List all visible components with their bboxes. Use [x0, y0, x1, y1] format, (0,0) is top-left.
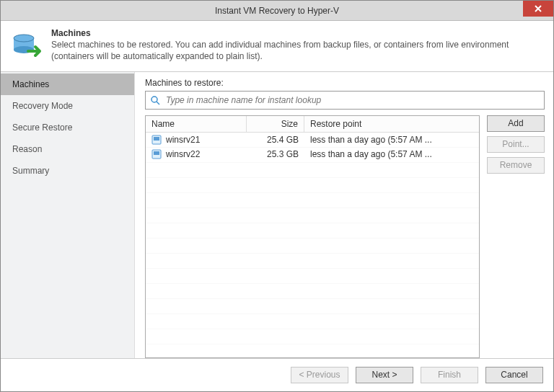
close-icon	[535, 5, 542, 12]
cancel-button[interactable]: Cancel	[485, 367, 543, 383]
svg-rect-7	[154, 137, 159, 141]
previous-button: < Previous	[291, 367, 348, 383]
search-input[interactable]	[164, 94, 540, 106]
vm-icon	[151, 149, 162, 159]
sidebar-item-summary[interactable]: Summary	[1, 160, 134, 182]
vm-icon	[151, 135, 162, 145]
svg-rect-9	[154, 151, 159, 155]
point-button: Point...	[487, 136, 545, 153]
search-box[interactable]	[145, 91, 545, 110]
machines-to-restore-label: Machines to restore:	[145, 78, 545, 88]
machines-table: Name Size Restore point winsrv21 25.4 GB…	[145, 115, 480, 358]
cell-size: 25.3 GB	[247, 149, 304, 159]
cell-name: winsrv22	[166, 149, 200, 159]
cell-size: 25.4 GB	[247, 135, 304, 145]
sidebar-item-secure-restore[interactable]: Secure Restore	[1, 117, 134, 138]
wizard-window: Instant VM Recovery to Hyper-V Machines …	[0, 0, 554, 392]
column-header-restore-point[interactable]: Restore point	[304, 116, 479, 132]
body: Machines Recovery Mode Secure Restore Re…	[1, 72, 553, 358]
cell-restore-point: less than a day ago (5:57 AM ...	[304, 149, 479, 159]
machines-icon	[9, 28, 45, 63]
remove-button: Remove	[487, 157, 545, 174]
cell-restore-point: less than a day ago (5:57 AM ...	[304, 135, 479, 145]
action-buttons: Add Point... Remove	[487, 115, 545, 358]
svg-line-5	[157, 102, 159, 104]
column-header-size[interactable]: Size	[247, 116, 304, 132]
window-title: Instant VM Recovery to Hyper-V	[215, 6, 339, 16]
sidebar-item-machines[interactable]: Machines	[1, 74, 134, 95]
table-row[interactable]: winsrv22 25.3 GB less than a day ago (5:…	[146, 147, 479, 161]
wizard-footer: < Previous Next > Finish Cancel	[1, 358, 553, 391]
search-icon	[150, 95, 160, 105]
table-header: Name Size Restore point	[146, 116, 479, 133]
next-button[interactable]: Next >	[356, 367, 413, 383]
add-button[interactable]: Add	[487, 115, 545, 132]
header-description: Select machines to be restored. You can …	[51, 40, 545, 62]
finish-button: Finish	[421, 367, 478, 383]
wizard-sidebar: Machines Recovery Mode Secure Restore Re…	[1, 72, 135, 358]
sidebar-item-recovery-mode[interactable]: Recovery Mode	[1, 95, 134, 117]
table-row[interactable]: winsrv21 25.4 GB less than a day ago (5:…	[146, 133, 479, 147]
title-bar: Instant VM Recovery to Hyper-V	[1, 1, 553, 21]
cell-name: winsrv21	[166, 135, 200, 145]
sidebar-item-reason[interactable]: Reason	[1, 138, 134, 160]
table-body: winsrv21 25.4 GB less than a day ago (5:…	[146, 133, 479, 357]
svg-point-4	[151, 97, 157, 102]
close-button[interactable]	[523, 1, 553, 17]
main-panel: Machines to restore: Name Size Restore p…	[135, 72, 553, 358]
header: Machines Select machines to be restored.…	[1, 21, 553, 72]
column-header-name[interactable]: Name	[146, 116, 247, 132]
header-title: Machines	[51, 28, 545, 38]
